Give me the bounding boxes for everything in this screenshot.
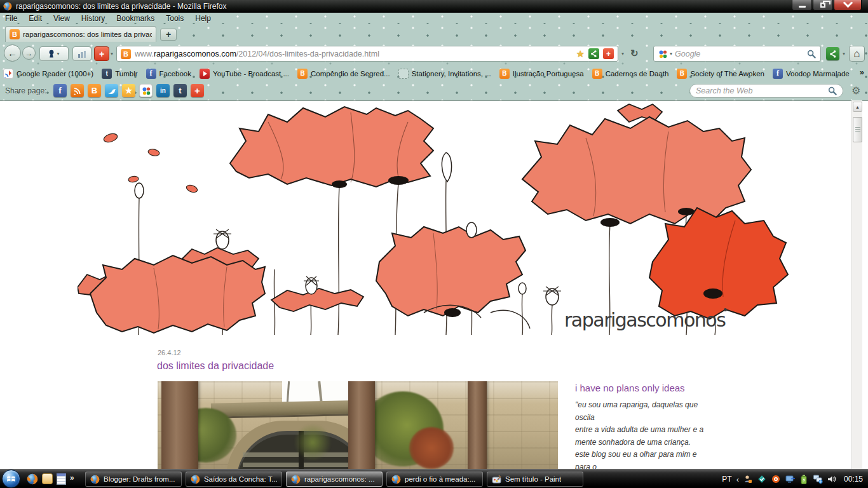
menu-bookmarks[interactable]: Bookmarks	[116, 14, 154, 23]
quicklaunch-chevron[interactable]: »	[70, 473, 74, 482]
bookmark-society[interactable]: B Society of The Awoken	[677, 69, 764, 79]
task-button-paint[interactable]: Sem título - Paint	[487, 471, 583, 487]
menu-view[interactable]: View	[53, 14, 70, 23]
keyhole-icon	[48, 50, 55, 58]
bookmark-youtube[interactable]: YouTube - Broadcast ...	[200, 69, 289, 79]
menu-history[interactable]: History	[81, 14, 105, 23]
blog-logo[interactable]: raparigascomonos	[564, 309, 725, 331]
add-button[interactable]: +	[94, 46, 109, 61]
task-button-blogger-drafts[interactable]: Blogger: Drafts from...	[85, 471, 182, 487]
paint-icon	[492, 475, 501, 484]
web-search-box[interactable]	[689, 84, 843, 98]
stats-button[interactable]	[72, 46, 92, 61]
share-linkedin-icon[interactable]: in	[156, 84, 170, 97]
search-engine-dropdown-icon[interactable]: ▾	[670, 51, 672, 57]
rusty-bar	[161, 381, 198, 469]
share-facebook-icon[interactable]: f	[53, 84, 67, 97]
search-input[interactable]	[675, 50, 804, 58]
bookmark-google-reader[interactable]: Google Reader (1000+)	[3, 69, 93, 79]
menu-help[interactable]: Help	[195, 14, 211, 23]
red-vine	[409, 427, 454, 469]
chevron-down-icon: ▾	[57, 51, 59, 57]
bookmark-ilustracao[interactable]: B Ilustração Portuguesa	[499, 69, 584, 79]
search-icon[interactable]	[828, 86, 837, 95]
blog-header-illustration[interactable]	[78, 103, 789, 335]
restore-button[interactable]	[813, 0, 833, 11]
back-button[interactable]: ←	[4, 44, 21, 62]
bookmark-star-icon[interactable]: ★	[576, 48, 585, 60]
scroll-up-button[interactable]: ▲	[853, 102, 862, 112]
share-rss-icon[interactable]	[71, 84, 84, 97]
add-share-icon[interactable]: +	[603, 48, 614, 59]
site-favicon: B	[121, 49, 131, 59]
vertical-scrollbar[interactable]: ▲	[851, 100, 862, 469]
window-titlebar[interactable]: raparigascomonos: dos limites da privaci…	[0, 0, 868, 13]
bookmark-stationery[interactable]: Stationery, Invitations, ...	[398, 69, 491, 79]
tray-display-icon[interactable]	[785, 475, 795, 484]
web-search-input[interactable]	[696, 86, 825, 95]
post-date: 26.4.12	[158, 349, 181, 356]
page-content: raparigascomonos 26.4.12 dos limites da …	[0, 100, 868, 469]
blogger-icon: B	[297, 69, 308, 79]
share-google-icon[interactable]	[139, 84, 153, 97]
identity-keyhole-button[interactable]: ▾	[39, 46, 69, 61]
addon-toolbar: Share page: f B ★ in t + ⚙	[0, 81, 868, 100]
menu-edit[interactable]: Edit	[29, 14, 42, 23]
new-tab-button[interactable]: +	[160, 29, 177, 41]
tab-active[interactable]: B raparigascomonos: dos limites da priva…	[5, 26, 156, 42]
share-dropdown-icon[interactable]: ▾	[843, 51, 845, 57]
reload-button[interactable]: ↻	[630, 48, 639, 59]
system-tray: PT ‹ 00:15	[722, 470, 868, 488]
bookmarks-overflow-chevron[interactable]: »	[860, 67, 864, 77]
scroll-thumb[interactable]	[853, 117, 862, 142]
post-photo[interactable]	[158, 381, 558, 469]
sharethis-icon[interactable]	[588, 48, 599, 59]
quicklaunch-notes[interactable]	[42, 473, 53, 484]
tray-app-icon[interactable]	[771, 475, 781, 484]
firefox-icon	[191, 475, 200, 484]
tray-battery-icon[interactable]	[799, 475, 809, 484]
url-bar[interactable]: B www.raparigascomonos.com/2012/04/dos-l…	[116, 46, 618, 62]
share-bookmark-icon[interactable]: ★	[122, 84, 135, 97]
post-title[interactable]: dos limites da privacidade	[157, 360, 274, 372]
firefox-logo-icon	[3, 2, 12, 11]
task-button-perdi-o-fio[interactable]: perdi o fio à meada:...	[386, 471, 483, 487]
home-button[interactable]: ⌂	[849, 46, 865, 62]
bookmark-tumblr[interactable]: t Tumblr	[102, 69, 137, 79]
close-button[interactable]	[834, 0, 862, 11]
bookmark-cadernos[interactable]: B Cadernos de Daath	[592, 69, 669, 79]
share-twitter-icon[interactable]	[105, 84, 118, 97]
bookmark-compendio[interactable]: B Compêndio de Segred...	[297, 69, 390, 79]
forward-button[interactable]: →	[22, 46, 36, 60]
urlbar-dropdown-icon[interactable]: ▾	[621, 51, 624, 57]
blogger-icon: B	[592, 69, 602, 79]
settings-gear-icon[interactable]: ⚙	[851, 85, 860, 97]
bar-chart-icon	[78, 50, 86, 58]
start-button[interactable]	[2, 470, 20, 488]
task-button-saidos-da-concha[interactable]: Saídos da Concha: T...	[186, 471, 282, 487]
tray-chevron[interactable]: ‹	[736, 475, 739, 484]
share-blogger-icon[interactable]: B	[88, 84, 101, 97]
minimize-button[interactable]	[792, 0, 812, 11]
bookmark-voodoo[interactable]: f Voodoo Marmalade	[773, 69, 850, 79]
tray-user-icon[interactable]	[743, 475, 753, 484]
search-box[interactable]: ▾	[653, 46, 821, 62]
tray-volume-icon[interactable]	[827, 475, 837, 484]
bookmark-facebook[interactable]: f Facebook	[146, 69, 192, 79]
tray-language[interactable]: PT	[722, 475, 731, 484]
tray-network-icon[interactable]	[813, 475, 823, 484]
menu-file[interactable]: File	[5, 14, 17, 23]
rusty-bar	[348, 381, 375, 469]
tray-shield-icon[interactable]	[757, 475, 767, 484]
menu-tools[interactable]: Tools	[166, 14, 184, 23]
task-button-raparigascomonos[interactable]: raparigascomonos: ...	[286, 471, 383, 487]
share-button[interactable]	[826, 47, 839, 60]
share-tumblr-icon[interactable]: t	[173, 84, 187, 97]
tray-clock[interactable]: 00:15	[844, 475, 863, 484]
search-icon[interactable]	[807, 50, 816, 58]
share-addthis-icon[interactable]: +	[191, 84, 204, 97]
quicklaunch-notepad[interactable]	[57, 473, 66, 485]
empty-favicon-icon	[398, 69, 409, 79]
chevron-down-icon[interactable]: ▾	[111, 51, 113, 57]
quicklaunch-firefox[interactable]	[27, 473, 38, 485]
